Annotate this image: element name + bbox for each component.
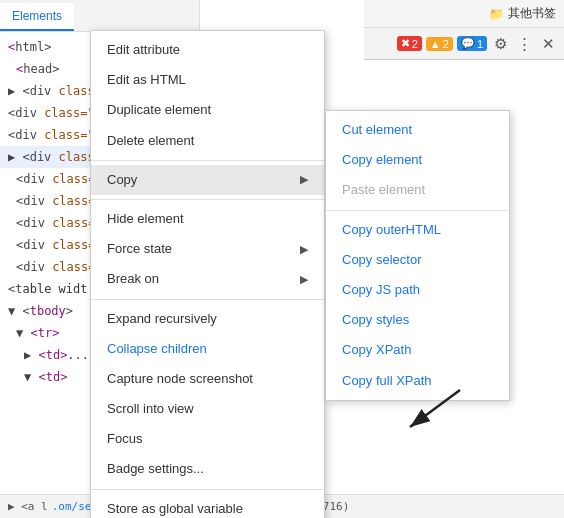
menu-item-copy[interactable]: Copy ▶	[91, 165, 324, 195]
menu-label: Hide element	[107, 210, 184, 228]
context-menu-primary: Edit attribute Edit as HTML Duplicate el…	[90, 30, 325, 518]
menu-label: Copy styles	[342, 311, 409, 329]
menu-item-copy-xpath[interactable]: Copy XPath	[326, 335, 509, 365]
chat-icon: 💬	[461, 37, 475, 50]
menu-label: Cut element	[342, 121, 412, 139]
info-count: 1	[477, 38, 483, 50]
warning-count: 2	[443, 38, 449, 50]
elements-tab: Elements	[0, 0, 199, 32]
menu-label: Copy element	[342, 151, 422, 169]
bookmarks-folder: 📁 其他书签	[489, 5, 556, 22]
menu-item-hide-element[interactable]: Hide element	[91, 204, 324, 234]
menu-label: Collapse children	[107, 340, 207, 358]
menu-item-copy-full-xpath[interactable]: Copy full XPath	[326, 366, 509, 396]
menu-item-capture-node-screenshot[interactable]: Capture node screenshot	[91, 364, 324, 394]
menu-label: Edit attribute	[107, 41, 180, 59]
menu-label: Badge settings...	[107, 460, 204, 478]
menu-item-break-on[interactable]: Break on ▶	[91, 264, 324, 294]
menu-label: Copy selector	[342, 251, 421, 269]
menu-item-delete-element[interactable]: Delete element	[91, 126, 324, 156]
menu-label: Edit as HTML	[107, 71, 186, 89]
menu-item-badge-settings[interactable]: Badge settings...	[91, 454, 324, 484]
folder-label: 其他书签	[508, 5, 556, 22]
menu-label: Copy XPath	[342, 341, 411, 359]
menu-separator	[326, 210, 509, 211]
menu-item-force-state[interactable]: Force state ▶	[91, 234, 324, 264]
menu-label: Expand recursively	[107, 310, 217, 328]
submenu-arrow-icon: ▶	[300, 272, 308, 287]
menu-item-copy-js-path[interactable]: Copy JS path	[326, 275, 509, 305]
menu-item-scroll-into-view[interactable]: Scroll into view	[91, 394, 324, 424]
menu-item-store-as-global-variable[interactable]: Store as global variable	[91, 494, 324, 518]
menu-item-copy-styles[interactable]: Copy styles	[326, 305, 509, 335]
menu-item-edit-attribute[interactable]: Edit attribute	[91, 35, 324, 65]
menu-item-collapse-children[interactable]: Collapse children	[91, 334, 324, 364]
menu-label: Store as global variable	[107, 500, 243, 518]
menu-separator	[91, 199, 324, 200]
menu-separator	[91, 489, 324, 490]
menu-label: Delete element	[107, 132, 194, 150]
error-count: 2	[412, 38, 418, 50]
menu-label: Copy JS path	[342, 281, 420, 299]
info-badge[interactable]: 💬 1	[457, 36, 487, 51]
gear-icon[interactable]: ⚙	[491, 33, 510, 55]
submenu-arrow-icon: ▶	[300, 242, 308, 257]
close-icon[interactable]: ✕	[539, 33, 558, 55]
submenu-arrow-icon: ▶	[300, 172, 308, 187]
menu-label: Copy	[107, 171, 137, 189]
warning-icon: ▲	[430, 38, 441, 50]
menu-label: Duplicate element	[107, 101, 211, 119]
warning-badge[interactable]: ▲ 2	[426, 37, 453, 51]
menu-label: Copy outerHTML	[342, 221, 441, 239]
menu-item-paste-element[interactable]: Paste element	[326, 175, 509, 205]
menu-label: Focus	[107, 430, 142, 448]
devtools-toolbar: ✖ 2 ▲ 2 💬 1 ⚙ ⋮ ✕	[364, 28, 564, 60]
menu-label: Capture node screenshot	[107, 370, 253, 388]
context-menu-copy-submenu: Cut element Copy element Paste element C…	[325, 110, 510, 401]
menu-label: Paste element	[342, 181, 425, 199]
menu-separator	[91, 299, 324, 300]
menu-item-copy-element[interactable]: Copy element	[326, 145, 509, 175]
menu-separator	[91, 160, 324, 161]
menu-item-focus[interactable]: Focus	[91, 424, 324, 454]
menu-item-cut-element[interactable]: Cut element	[326, 115, 509, 145]
menu-item-expand-recursively[interactable]: Expand recursively	[91, 304, 324, 334]
top-bar: 📁 其他书签	[364, 0, 564, 28]
menu-label: Copy full XPath	[342, 372, 432, 390]
menu-item-edit-as-html[interactable]: Edit as HTML	[91, 65, 324, 95]
more-icon[interactable]: ⋮	[514, 33, 535, 55]
menu-label: Force state	[107, 240, 172, 258]
tab-elements[interactable]: Elements	[0, 3, 74, 31]
menu-label: Scroll into view	[107, 400, 194, 418]
error-badge[interactable]: ✖ 2	[397, 36, 422, 51]
folder-icon: 📁	[489, 7, 504, 21]
menu-label: Break on	[107, 270, 159, 288]
menu-item-copy-selector[interactable]: Copy selector	[326, 245, 509, 275]
breadcrumb-start: ▶ <a l	[8, 500, 48, 513]
menu-item-duplicate-element[interactable]: Duplicate element	[91, 95, 324, 125]
menu-item-copy-outerhtml[interactable]: Copy outerHTML	[326, 215, 509, 245]
error-icon: ✖	[401, 37, 410, 50]
